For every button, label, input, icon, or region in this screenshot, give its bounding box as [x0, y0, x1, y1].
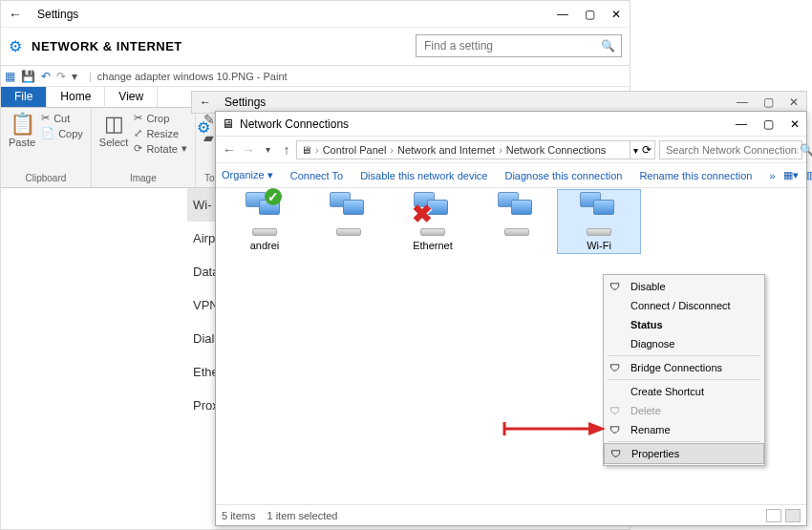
crop-button[interactable]: ✂Crop — [134, 112, 169, 124]
nav-back-icon[interactable]: ← — [220, 142, 239, 158]
select-button[interactable]: ◫ Select — [99, 112, 129, 148]
shield-icon: 🛡 — [609, 424, 620, 435]
copy-button[interactable]: 📄Copy — [41, 127, 83, 139]
crop-label: Crop — [146, 113, 169, 124]
ghost-settings-title: Settings — [224, 95, 266, 109]
cut-icon: ✂ — [41, 112, 50, 124]
paste-icon: 📋 — [10, 112, 35, 137]
nav-history-icon[interactable]: ▾ — [258, 144, 277, 155]
refresh-button[interactable]: ▾ ⟳ — [630, 140, 655, 159]
explorer-window-controls: — ▢ ✕ — [736, 117, 801, 131]
tab-file[interactable]: File — [1, 87, 47, 107]
resize-icon: ⤢ — [134, 127, 142, 139]
select-label: Select — [99, 137, 129, 148]
diagnose-button[interactable]: Diagnose this connection — [504, 170, 622, 181]
rotate-label: Rotate — [146, 143, 177, 155]
gear-icon: ⚙ — [9, 37, 22, 55]
back-icon[interactable]: ← — [9, 7, 28, 22]
tab-home[interactable]: Home — [47, 87, 105, 107]
minimize-icon[interactable]: — — [557, 8, 568, 21]
net-item-wifi[interactable]: Wi-Fi — [558, 190, 640, 253]
shield-icon: 🛡 — [609, 362, 620, 373]
close-icon[interactable]: ✕ — [789, 95, 799, 109]
explorer-search[interactable]: 🔍 — [659, 140, 802, 159]
breadcrumb-item[interactable]: Network and Internet — [397, 144, 495, 156]
menu-connect-disconnect[interactable]: Connect / Disconnect — [604, 296, 764, 315]
net-item-2[interactable] — [308, 192, 390, 240]
menu-status[interactable]: Status — [604, 315, 764, 334]
gear-icon: ⚙ — [197, 119, 210, 136]
close-icon[interactable]: ✕ — [610, 8, 622, 21]
rotate-icon: ⟳ — [134, 142, 142, 155]
status-item-count: 5 items — [222, 510, 255, 521]
addr-icon: 🖥 — [301, 144, 311, 156]
tab-view[interactable]: View — [105, 87, 158, 107]
undo-icon[interactable]: ↶ — [41, 70, 51, 83]
breadcrumb-item[interactable]: Control Panel — [323, 144, 387, 156]
back-icon[interactable]: ← — [200, 95, 211, 109]
preview-pane-icon[interactable]: ▥ — [806, 169, 812, 181]
explorer-content[interactable]: ✓ andrei ✖ Ethernet W — [216, 188, 806, 503]
cut-label: Cut — [53, 113, 70, 124]
ribbon-clipboard-group: 📋 Paste ✂Cut 📄Copy Clipboard — [1, 108, 92, 187]
copy-icon: 📄 — [41, 127, 54, 139]
save-icon[interactable]: 💾 — [21, 70, 35, 83]
menu-disable[interactable]: 🛡Disable — [604, 277, 764, 296]
shield-icon: 🛡 — [609, 405, 620, 416]
paint-title: change adapter windows 10.PNG - Paint — [97, 71, 288, 82]
maximize-icon[interactable]: ▢ — [763, 95, 774, 109]
net-item-label: Ethernet — [392, 240, 474, 251]
paint-app-icon[interactable]: ▦ — [5, 70, 15, 83]
tools-group-label: To — [204, 173, 215, 183]
window-controls: — ▢ ✕ — [557, 8, 622, 21]
minimize-icon[interactable]: — — [737, 95, 748, 109]
paste-button[interactable]: 📋 Paste — [9, 112, 35, 148]
more-icon[interactable]: » — [769, 170, 775, 181]
explorer-toolbar: Organize ▾ Connect To Disable this netwo… — [216, 163, 806, 188]
search-icon[interactable]: 🔍 — [601, 39, 615, 53]
resize-button[interactable]: ⤢Resize — [134, 127, 179, 139]
organize-button[interactable]: Organize ▾ — [222, 169, 273, 181]
nav-forward-icon[interactable]: → — [239, 142, 258, 158]
cut-button[interactable]: ✂Cut — [41, 112, 70, 124]
status-error-icon: ✖ — [412, 205, 429, 223]
qat-dropdown-icon[interactable]: ▾ — [72, 70, 77, 83]
menu-create-shortcut[interactable]: Create Shortcut — [604, 382, 764, 401]
settings-title: Settings — [28, 8, 557, 21]
ribbon-image-group: ◫ Select ✂Crop ⤢Resize ⟳Rotate▾ Image — [92, 108, 196, 187]
rename-button[interactable]: Rename this connection — [639, 170, 752, 181]
view-dropdown-icon[interactable]: ▦▾ — [783, 169, 799, 181]
disable-device-button[interactable]: Disable this network device — [360, 170, 487, 181]
shield-icon: 🛡 — [609, 281, 620, 292]
explorer-statusbar: 5 items 1 item selected — [216, 504, 806, 525]
context-menu: 🛡Disable Connect / Disconnect Status Dia… — [603, 274, 765, 466]
close-icon[interactable]: ✕ — [789, 117, 801, 131]
net-item-4[interactable] — [476, 192, 558, 240]
redo-icon[interactable]: ↷ — [56, 70, 66, 83]
net-item-andrei[interactable]: ✓ andrei — [224, 192, 306, 251]
status-selection: 1 item selected — [267, 510, 337, 521]
select-icon: ◫ — [104, 112, 124, 137]
nav-up-icon[interactable]: ↑ — [277, 142, 296, 158]
explorer-search-input[interactable] — [664, 143, 800, 157]
maximize-icon[interactable]: ▢ — [584, 8, 595, 21]
rotate-dropdown-icon[interactable]: ▾ — [182, 142, 187, 155]
view-details-icon[interactable] — [766, 509, 781, 522]
menu-rename[interactable]: 🛡Rename — [604, 420, 764, 439]
menu-delete: 🛡Delete — [604, 401, 764, 420]
menu-properties[interactable]: 🛡Properties — [604, 443, 764, 464]
connect-to-button[interactable]: Connect To — [290, 170, 343, 181]
menu-bridge[interactable]: 🛡Bridge Connections — [604, 358, 764, 377]
search-icon[interactable]: 🔍 — [800, 143, 812, 157]
maximize-icon[interactable]: ▢ — [762, 117, 774, 131]
breadcrumb-item[interactable]: Network Connections — [506, 144, 607, 156]
address-field[interactable]: 🖥 › Control Panel › Network and Internet… — [296, 140, 630, 159]
view-large-icons-icon[interactable] — [785, 509, 801, 522]
menu-diagnose[interactable]: Diagnose — [604, 334, 764, 353]
settings-search-input[interactable] — [422, 38, 601, 53]
rotate-button[interactable]: ⟳Rotate▾ — [134, 142, 186, 155]
minimize-icon[interactable]: — — [736, 117, 747, 131]
copy-label: Copy — [58, 128, 83, 139]
settings-search[interactable]: 🔍 — [416, 34, 622, 57]
net-item-ethernet[interactable]: ✖ Ethernet — [392, 192, 474, 251]
